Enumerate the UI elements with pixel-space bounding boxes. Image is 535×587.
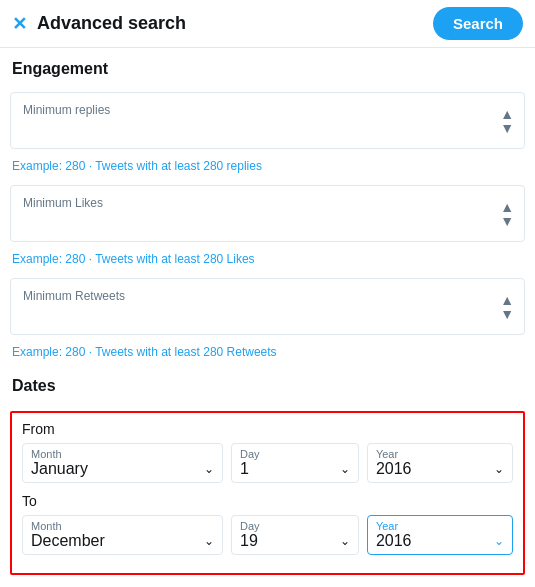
to-month-select[interactable]: Month December ⌄ JanuaryFebruaryMarch Ap…	[22, 515, 223, 555]
close-icon[interactable]: ✕	[12, 15, 27, 33]
spinner-icon-retweets: ▲▼	[500, 293, 514, 321]
engagement-section: Engagement Minimum replies ▲▼ Example: 2…	[0, 48, 535, 365]
minimum-likes-input[interactable]	[23, 214, 512, 235]
from-date-row: Month January ⌄ JanuaryFebruaryMarch Apr…	[22, 443, 513, 483]
page-title: Advanced search	[37, 13, 186, 34]
to-year-select[interactable]: Year 2016 ⌄	[367, 515, 513, 555]
minimum-retweets-input[interactable]	[23, 307, 512, 328]
dates-section: From Month January ⌄ JanuaryFebruaryMarc…	[10, 411, 525, 575]
from-day-select[interactable]: Day 1 ⌄	[231, 443, 359, 483]
spinner-icon: ▲▼	[500, 107, 514, 135]
dates-title: Dates	[0, 365, 535, 403]
minimum-likes-hint: Example: 280 · Tweets with at least 280 …	[0, 248, 535, 272]
minimum-retweets-label: Minimum Retweets	[23, 289, 512, 303]
minimum-retweets-field: Minimum Retweets ▲▼	[10, 278, 525, 335]
minimum-replies-label: Minimum replies	[23, 103, 512, 117]
search-button[interactable]: Search	[433, 7, 523, 40]
minimum-retweets-hint: Example: 280 · Tweets with at least 280 …	[0, 341, 535, 365]
minimum-replies-hint: Example: 280 · Tweets with at least 280 …	[0, 155, 535, 179]
minimum-likes-field: Minimum Likes ▲▼	[10, 185, 525, 242]
header: ✕ Advanced search Search	[0, 0, 535, 48]
from-month-select[interactable]: Month January ⌄ JanuaryFebruaryMarch Apr…	[22, 443, 223, 483]
dates-section-wrapper: Dates From Month January ⌄ JanuaryFebrua…	[0, 365, 535, 575]
to-date-row: Month December ⌄ JanuaryFebruaryMarch Ap…	[22, 515, 513, 555]
minimum-replies-field: Minimum replies ▲▼	[10, 92, 525, 149]
minimum-replies-input[interactable]	[23, 121, 512, 142]
header-left: ✕ Advanced search	[12, 13, 186, 34]
from-year-select[interactable]: Year 2016 ⌄	[367, 443, 513, 483]
engagement-title: Engagement	[0, 48, 535, 86]
spinner-icon-likes: ▲▼	[500, 200, 514, 228]
to-day-select[interactable]: Day 19 ⌄	[231, 515, 359, 555]
minimum-likes-label: Minimum Likes	[23, 196, 512, 210]
from-label: From	[22, 421, 513, 437]
to-label: To	[22, 493, 513, 509]
